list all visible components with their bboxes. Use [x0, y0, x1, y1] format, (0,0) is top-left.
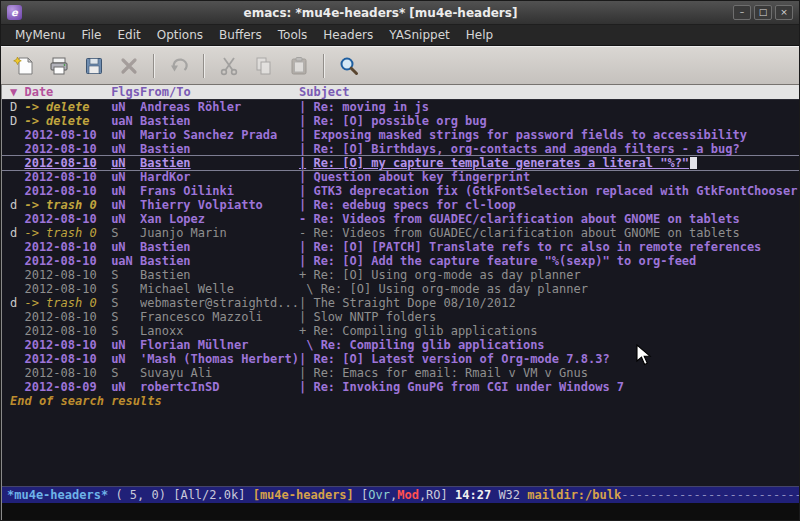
thread-indicator: + [299, 268, 306, 282]
mark-indicator [10, 142, 24, 156]
mark-indicator [10, 324, 24, 338]
editor-frame: ▼ Date Flgs From/To Subject D -> delete … [1, 85, 799, 520]
echo-area [2, 503, 799, 520]
menu-item[interactable]: Tools [270, 26, 316, 44]
mark-indicator [10, 366, 24, 380]
message-row[interactable]: 2012-08-10 uN Bastien | Re: [O] my captu… [2, 156, 799, 170]
mark-indicator [10, 156, 24, 170]
undo-button[interactable] [164, 51, 194, 81]
modeline-segment: ( 5, 0) [108, 488, 173, 502]
copy-button[interactable] [249, 51, 279, 81]
message-row[interactable]: 2012-08-09 uN robertcInSD | Re: Invoking… [2, 380, 799, 394]
menu-item[interactable]: Options [149, 26, 211, 44]
emacs-window: e emacs: *mu4e-headers* [mu4e-headers] –… [0, 0, 800, 521]
message-row[interactable]: 2012-08-10 uN 'Mash (Thomas Herbert) | R… [2, 352, 799, 366]
message-row[interactable]: 2012-08-10 S Bastien + Re: [O] Using org… [2, 268, 799, 282]
menu-item[interactable]: Headers [315, 26, 381, 44]
paste-button[interactable] [284, 51, 314, 81]
message-row[interactable]: D -> delete uN Andreas Röhler | Re: movi… [2, 100, 799, 114]
headers-buffer[interactable]: D -> delete uN Andreas Röhler | Re: movi… [2, 100, 799, 394]
flags-column-header[interactable]: Flgs [111, 85, 140, 99]
message-row[interactable]: 2012-08-10 uN Bastien | Re: [O] [PATCH] … [2, 240, 799, 254]
message-row[interactable]: d -> trash 0 S Juanjo Marin - Re: Videos… [2, 226, 799, 240]
subject-text: Question about key fingerprint [313, 170, 530, 184]
message-row[interactable]: 2012-08-10 uN Xan Lopez - Re: Videos fro… [2, 212, 799, 226]
thread-indicator: | [299, 310, 306, 324]
delete-button[interactable] [114, 51, 144, 81]
message-row[interactable]: 2012-08-10 S Lanoxx + Re: Compiling glib… [2, 324, 799, 338]
modeline-segment: 14:27 [455, 488, 498, 502]
thread-indicator: | [299, 366, 306, 380]
mark-indicator: d [10, 226, 24, 240]
text-cursor [690, 157, 697, 169]
message-row[interactable]: d -> trash 0 uN Thierry Volpiatto | Re: … [2, 198, 799, 212]
message-row[interactable]: 2012-08-10 S Francesco Mazzoli | Slow NN… [2, 310, 799, 324]
thread-indicator: | [299, 296, 306, 310]
save-button[interactable] [79, 51, 109, 81]
new-file-icon [13, 55, 35, 77]
message-row[interactable]: 2012-08-10 S Suvayu Ali | Re: Emacs for … [2, 366, 799, 380]
message-flags: uN [111, 338, 140, 352]
undo-arrow-icon [168, 55, 190, 77]
message-row[interactable]: 2012-08-10 uN Florian Müllner \ Re: Comp… [2, 338, 799, 352]
modeline-segment: [All/2.0k] [173, 488, 252, 502]
cut-button[interactable] [214, 51, 244, 81]
menu-item[interactable]: YASnippet [381, 26, 458, 44]
modeline-segment: [mu4e-headers] [253, 488, 361, 502]
mark-indicator [10, 184, 24, 198]
mark-indicator [10, 338, 24, 352]
message-date: 2012-08-10 [24, 310, 111, 324]
message-subject: Re: Videos from GUADEC/clarification abo… [306, 212, 799, 226]
subject-column-header[interactable]: Subject [299, 85, 799, 99]
print-button[interactable] [44, 51, 74, 81]
message-date: 2012-08-10 [24, 282, 111, 296]
menu-item[interactable]: Buffers [211, 26, 270, 44]
menu-item[interactable]: Help [458, 26, 501, 44]
message-flags: S [111, 366, 140, 380]
headers-header-line: ▼ Date Flgs From/To Subject [2, 85, 799, 100]
subject-text: GTK3 deprecation fix (GtkFontSelection r… [313, 184, 799, 198]
menu-item[interactable]: Edit [110, 26, 149, 44]
message-from: Bastien [140, 142, 299, 156]
thread-indicator: | [299, 254, 306, 268]
message-from: Andreas Röhler [140, 100, 299, 114]
new-file-button[interactable] [9, 51, 39, 81]
message-flags: S [111, 282, 140, 296]
menu-bar: MyMenuFileEditOptionsBuffersToolsHeaders… [1, 25, 799, 46]
thread-indicator: | [299, 198, 306, 212]
from-to-column-header[interactable]: From/To [140, 85, 299, 99]
message-row[interactable]: 2012-08-10 uN Mario Sanchez Prada | Expo… [2, 128, 799, 142]
message-subject: Re: moving in js [306, 100, 799, 114]
minimize-button[interactable]: – [733, 5, 751, 20]
message-row[interactable]: 2012-08-10 uaN Bastien | Re: [O] Add the… [2, 254, 799, 268]
message-row[interactable]: 2012-08-10 uN HardKor | Question about k… [2, 170, 799, 184]
menu-item[interactable]: File [73, 26, 109, 44]
modeline-segment: Ovr [368, 488, 390, 502]
message-date: 2012-08-10 [24, 352, 111, 366]
close-button[interactable]: × [775, 5, 793, 20]
message-date: 2012-08-10 [24, 128, 111, 142]
message-date: -> trash 0 [24, 198, 111, 212]
message-subject: The Straight Dope 08/10/2012 [306, 296, 799, 310]
message-date: -> delete [24, 100, 111, 114]
menu-item[interactable]: MyMenu [7, 26, 73, 44]
message-row[interactable]: 2012-08-10 uN Frans Oilinki | GTK3 depre… [2, 184, 799, 198]
message-flags: S [111, 324, 140, 338]
message-row[interactable]: d -> trash 0 S webmaster@straightd... | … [2, 296, 799, 310]
search-button[interactable] [334, 51, 364, 81]
message-row[interactable]: 2012-08-10 S Michael Welle \ Re: [O] Usi… [2, 282, 799, 296]
message-subject: Re: Videos from GUADEC/clarification abo… [306, 226, 799, 240]
message-flags: uaN [111, 114, 140, 128]
sort-date-column-header[interactable]: ▼ Date [10, 85, 111, 99]
message-row[interactable]: 2012-08-10 uN Bastien | Re: [O] Birthday… [2, 142, 799, 156]
message-subject: Re: [O] possible org bug [306, 114, 799, 128]
toolbar-separator [153, 54, 155, 78]
mark-indicator: d [10, 198, 24, 212]
maximize-button[interactable]: □ [754, 5, 772, 20]
subject-text: Re: Compiling glib applications [321, 338, 545, 352]
message-row[interactable]: D -> delete uaN Bastien | Re: [O] possib… [2, 114, 799, 128]
thread-indicator: + [299, 324, 306, 338]
modeline-segment: Mod [397, 488, 419, 502]
window-controls: – □ × [733, 5, 793, 20]
toolbar-separator [323, 54, 325, 78]
